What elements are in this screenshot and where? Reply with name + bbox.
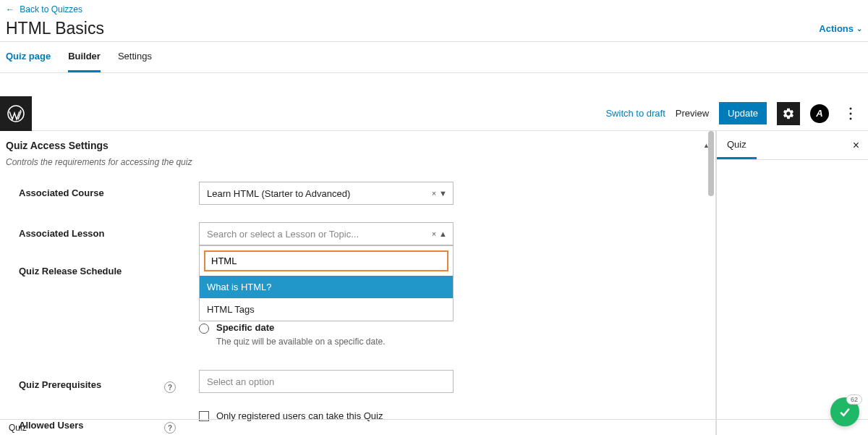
release-schedule-label: Quiz Release Schedule bbox=[6, 260, 183, 276]
back-to-quizzes-link[interactable]: ← Back to Quizzes bbox=[0, 0, 88, 19]
course-value: Learn HTML (Starter to Advanced) bbox=[207, 188, 350, 199]
back-link-label: Back to Quizzes bbox=[20, 4, 82, 14]
specific-date-desc: The quiz will be available on a specific… bbox=[216, 337, 454, 347]
lesson-placeholder: Search or select a Lesson or Topic... bbox=[207, 229, 359, 240]
preview-button[interactable]: Preview bbox=[676, 108, 709, 119]
associated-lesson-select[interactable]: Search or select a Lesson or Topic... × … bbox=[199, 222, 454, 245]
main-tabs: Quiz page Builder Settings bbox=[0, 42, 868, 73]
associated-lesson-label: Associated Lesson bbox=[6, 222, 183, 239]
clear-icon[interactable]: × bbox=[432, 229, 436, 238]
chevron-down-icon: ▼ bbox=[439, 189, 447, 198]
clear-icon[interactable]: × bbox=[432, 189, 436, 198]
arrow-left-icon: ← bbox=[6, 4, 14, 14]
help-icon[interactable]: ? bbox=[164, 381, 176, 393]
tab-settings[interactable]: Settings bbox=[118, 42, 152, 72]
more-options-icon[interactable] bbox=[839, 102, 862, 125]
prereq-placeholder: Select an option bbox=[207, 376, 274, 387]
lesson-option-what-is-html[interactable]: What is HTML? bbox=[200, 276, 453, 298]
svg-point-2 bbox=[850, 112, 852, 114]
user-avatar[interactable]: A bbox=[810, 104, 829, 123]
breadcrumb-item[interactable]: Quiz bbox=[9, 423, 27, 433]
specific-date-radio-row[interactable]: Specific date bbox=[199, 321, 454, 335]
switch-to-draft-button[interactable]: Switch to draft bbox=[605, 108, 665, 119]
page-header: HTML Basics Actions ⌄ bbox=[0, 19, 868, 42]
associated-lesson-row: Associated Lesson Search or select a Les… bbox=[6, 222, 710, 245]
editor-actions: Switch to draft Preview Update A bbox=[605, 102, 868, 125]
prerequisites-label: Quiz Prerequisites ? bbox=[6, 370, 183, 393]
chevron-down-icon: ⌄ bbox=[856, 25, 862, 33]
settings-pane: Quiz Access Settings ▲ Controls the requ… bbox=[0, 131, 716, 435]
settings-icon-button[interactable] bbox=[777, 102, 800, 125]
actions-dropdown[interactable]: Actions ⌄ bbox=[819, 23, 862, 34]
associated-course-label: Associated Course bbox=[6, 182, 183, 198]
lesson-search-input[interactable] bbox=[204, 250, 448, 271]
radio-icon bbox=[199, 324, 209, 334]
svg-point-3 bbox=[850, 117, 852, 119]
section-title: Quiz Access Settings bbox=[6, 140, 109, 151]
sidebar-tabs: Quiz × bbox=[717, 131, 868, 160]
lesson-dropdown: What is HTML? HTML Tags bbox=[199, 245, 454, 321]
lesson-option-html-tags[interactable]: HTML Tags bbox=[200, 298, 453, 321]
sidebar-tab-quiz[interactable]: Quiz bbox=[717, 131, 757, 159]
chevron-up-icon: ▲ bbox=[439, 229, 447, 238]
tab-quiz-page[interactable]: Quiz page bbox=[6, 42, 51, 72]
section-header[interactable]: Quiz Access Settings ▲ bbox=[6, 137, 710, 154]
wordpress-logo[interactable] bbox=[0, 96, 32, 131]
fab-badge: 62 bbox=[846, 394, 862, 405]
sidebar-panel: Quiz × bbox=[716, 131, 868, 435]
svg-point-1 bbox=[850, 107, 852, 109]
success-fab[interactable]: 62 bbox=[830, 397, 859, 426]
section-description: Controls the requirements for accessing … bbox=[6, 157, 710, 167]
specific-date-label: Specific date bbox=[216, 322, 274, 333]
close-sidebar-button[interactable]: × bbox=[844, 139, 868, 152]
update-button[interactable]: Update bbox=[719, 102, 767, 124]
associated-course-select[interactable]: Learn HTML (Starter to Advanced) × ▼ bbox=[199, 182, 454, 205]
page-title: HTML Basics bbox=[6, 19, 104, 38]
prerequisites-row: Quiz Prerequisites ? Select an option bbox=[6, 370, 710, 393]
editor-body: Quiz Access Settings ▲ Controls the requ… bbox=[0, 131, 868, 435]
scrollbar[interactable] bbox=[708, 131, 714, 196]
breadcrumb-bar: Quiz bbox=[0, 419, 868, 435]
editor-toolbar: Switch to draft Preview Update A bbox=[0, 96, 868, 131]
actions-label: Actions bbox=[819, 23, 854, 34]
tab-builder[interactable]: Builder bbox=[68, 42, 101, 72]
prerequisites-select[interactable]: Select an option bbox=[199, 370, 454, 393]
associated-course-row: Associated Course Learn HTML (Starter to… bbox=[6, 182, 710, 205]
